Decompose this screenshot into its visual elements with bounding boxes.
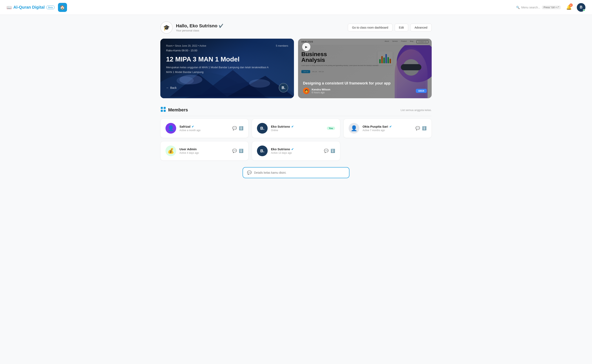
room-details: Room • Since June 29, 2022 • Active bbox=[166, 44, 206, 47]
verified-icon: ✔️ bbox=[219, 24, 223, 28]
members-grid-row1: 👤 Safrizal ✔ Active a month ago 💬 ℹ️ B. bbox=[160, 119, 432, 138]
profile-name: Hallo, Eko Sutrisno ✔️ bbox=[176, 23, 223, 29]
member-status-eko: Online bbox=[271, 129, 323, 132]
section-subtitle: List semua anggota kelas. bbox=[401, 109, 432, 112]
search-bar[interactable]: 🔍 Menu search... Press "ctrl + /" bbox=[516, 6, 561, 9]
class-card: Room • Since June 29, 2022 • Active 5 me… bbox=[160, 39, 294, 98]
header-left: 📖 Al-Quran Digital Beta 🏠 bbox=[7, 3, 67, 12]
notification-badge: 3+ bbox=[569, 4, 573, 7]
play-button[interactable]: ▶ bbox=[302, 43, 310, 51]
member-info-admin: User Admin Active 4 days ago bbox=[179, 147, 229, 154]
member-name-eko2: Eko Sutrisno ✔ bbox=[271, 147, 320, 151]
home-button[interactable]: 🏠 bbox=[58, 3, 67, 12]
chat-input[interactable] bbox=[254, 171, 345, 174]
profile-subtitle: Your personal class bbox=[176, 29, 223, 32]
chat-icon-safrizal[interactable]: 💬 bbox=[232, 126, 237, 130]
back-button[interactable]: ← Back bbox=[166, 86, 176, 89]
members-section: Members List semua anggota kelas. 👤 Safr… bbox=[160, 106, 432, 161]
video-title: Designing a consistent UI framework for … bbox=[303, 81, 427, 85]
member-card-eko2: B. Eko Sutrisno ✔ Active 13 days ago 💬 ℹ… bbox=[252, 141, 340, 161]
search-placeholder-text: Menu search... bbox=[521, 6, 540, 9]
svg-rect-10 bbox=[164, 107, 166, 109]
ui-ux-badge: UI/UX bbox=[416, 89, 427, 93]
user-avatar[interactable]: B bbox=[577, 3, 585, 12]
chat-input-wrap: 💬 bbox=[243, 167, 349, 178]
member-info-eko2: Eko Sutrisno ✔ Active 13 days ago bbox=[271, 147, 320, 154]
author-details: Kendra Wilson 6 hours ago bbox=[312, 88, 330, 94]
cards-row: Room • Since June 29, 2022 • Active 5 me… bbox=[160, 39, 432, 98]
class-card-footer: ← Back B. bbox=[166, 83, 288, 92]
verified-eko2: ✔ bbox=[291, 148, 294, 151]
app-name: Al-Quran Digital bbox=[13, 5, 45, 10]
you-badge: You bbox=[327, 127, 335, 130]
info-icon-okta[interactable]: ℹ️ bbox=[422, 126, 427, 130]
chat-icon-eko2[interactable]: 💬 bbox=[324, 149, 328, 153]
member-avatar-okta: 👤 bbox=[349, 123, 359, 134]
svg-rect-11 bbox=[161, 110, 163, 112]
info-icon-safrizal[interactable]: ℹ️ bbox=[239, 126, 243, 130]
members-grid-row2: 💰 User Admin Active 4 days ago 💬 ℹ️ B. bbox=[160, 141, 432, 161]
empty-slot bbox=[344, 141, 432, 161]
member-info-okta: Okta Puspita Sari ✔ Active 7 months ago bbox=[363, 125, 412, 132]
header: 📖 Al-Quran Digital Beta 🏠 🔍 Menu search.… bbox=[0, 0, 592, 15]
member-name-safrizal: Safrizal ✔ bbox=[179, 125, 229, 128]
profile-left: 🎓 Hallo, Eko Sutrisno ✔️ Your personal c… bbox=[160, 21, 223, 34]
online-indicator bbox=[583, 9, 585, 11]
member-status-okta: Active 7 months ago bbox=[363, 129, 412, 132]
verified-eko: ✔ bbox=[291, 125, 294, 128]
svg-rect-12 bbox=[164, 110, 166, 112]
search-icon: 🔍 bbox=[516, 6, 520, 9]
preview-inner: ANALYSIS About Service Product Blog Cont… bbox=[298, 39, 432, 98]
header-right: 🔍 Menu search... Press "ctrl + /" 🔔 3+ B bbox=[516, 3, 585, 12]
author-time: 6 hours ago bbox=[312, 91, 330, 94]
member-actions-eko2: 💬 ℹ️ bbox=[324, 149, 335, 153]
member-avatar-safrizal: 👤 bbox=[165, 123, 176, 134]
profile-section: 🎓 Hallo, Eko Sutrisno ✔️ Your personal c… bbox=[160, 21, 432, 34]
member-info-eko: Eko Sutrisno ✔ Online bbox=[271, 125, 323, 132]
notification-button[interactable]: 🔔 3+ bbox=[565, 4, 573, 11]
verified-safrizal: ✔ bbox=[192, 125, 194, 128]
svg-rect-9 bbox=[161, 107, 163, 109]
graduation-icon: 🎓 bbox=[163, 25, 170, 31]
book-icon: 📖 bbox=[7, 5, 12, 10]
search-shortcut: Press "ctrl + /" bbox=[542, 6, 561, 9]
members-icon bbox=[160, 106, 166, 113]
member-card-safrizal: 👤 Safrizal ✔ Active a month ago 💬 ℹ️ bbox=[160, 119, 248, 138]
info-icon-admin[interactable]: ℹ️ bbox=[239, 149, 243, 153]
chat-icon-okta[interactable]: 💬 bbox=[416, 126, 420, 130]
schedule-info: Rabu-Kamis 09:00 - 15:00 bbox=[166, 49, 288, 52]
member-actions-okta: 💬 ℹ️ bbox=[416, 126, 427, 130]
class-description: Merupakan kelas unggulan di MAN 1 Model … bbox=[166, 66, 288, 69]
member-card-eko-you: B. Eko Sutrisno ✔ Online You bbox=[252, 119, 340, 138]
member-status-eko2: Active 13 days ago bbox=[271, 151, 320, 154]
member-card-okta: 👤 Okta Puspita Sari ✔ Active 7 months ag… bbox=[344, 119, 432, 138]
advanced-button[interactable]: Advanced bbox=[410, 24, 432, 32]
section-title: Members bbox=[160, 106, 188, 113]
arrow-left-icon: ← bbox=[166, 86, 169, 89]
member-name-okta: Okta Puspita Sari ✔ bbox=[363, 125, 412, 128]
profile-info: Hallo, Eko Sutrisno ✔️ Your personal cla… bbox=[176, 23, 223, 32]
beta-badge: Beta bbox=[46, 6, 55, 9]
card-user-avatar: B. bbox=[279, 83, 288, 92]
dashboard-button[interactable]: Go to class room dashboard bbox=[348, 24, 393, 32]
member-actions-safrizal: 💬 ℹ️ bbox=[232, 126, 243, 130]
section-header: Members List semua anggota kelas. bbox=[160, 106, 432, 116]
member-avatar-admin: 💰 bbox=[165, 145, 176, 156]
member-card-admin: 💰 User Admin Active 4 days ago 💬 ℹ️ bbox=[160, 141, 248, 161]
info-icon-eko2[interactable]: ℹ️ bbox=[331, 149, 335, 153]
user-initial: B bbox=[580, 5, 583, 9]
main-content: 🎓 Hallo, Eko Sutrisno ✔️ Your personal c… bbox=[152, 15, 440, 185]
members-count: 5 members bbox=[276, 44, 288, 47]
video-author: 🧑 Kendra Wilson 6 hours ago UI/UX bbox=[303, 88, 427, 94]
verified-okta: ✔ bbox=[389, 125, 392, 128]
video-info: Designing a consistent UI framework for … bbox=[298, 77, 432, 98]
member-name-eko: Eko Sutrisno ✔ bbox=[271, 125, 323, 128]
member-avatar-eko: B. bbox=[257, 123, 268, 134]
member-name-admin: User Admin bbox=[179, 147, 229, 151]
home-icon: 🏠 bbox=[60, 5, 65, 10]
member-actions-admin: 💬 ℹ️ bbox=[232, 149, 243, 153]
edit-button[interactable]: Edit bbox=[395, 24, 408, 32]
profile-icon: 🎓 bbox=[160, 21, 173, 34]
chat-icon-admin[interactable]: 💬 bbox=[232, 149, 237, 153]
class-school: MAN 1 Model Bandar Lampung bbox=[166, 71, 288, 74]
